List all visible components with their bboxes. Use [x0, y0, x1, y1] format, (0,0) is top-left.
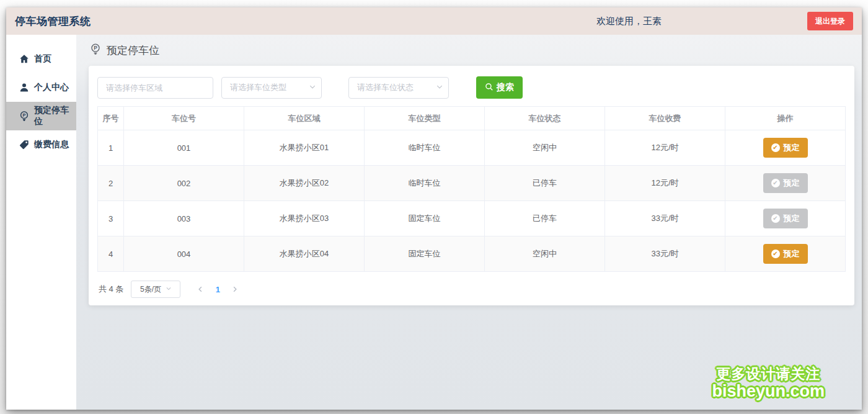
sidebar-menu: 首页个人中心P预定停车位缴费信息 [6, 45, 76, 159]
logout-button[interactable]: 退出登录 [807, 12, 853, 30]
cell-fee: 12元/时 [605, 130, 725, 166]
cell-index: 2 [98, 166, 124, 201]
cell-operation: ✔预定 [725, 201, 846, 236]
main-layout: 首页个人中心P预定停车位缴费信息 P 预定停车位 请选择车位类型 [6, 35, 862, 410]
check-circle-icon: ✔ [771, 250, 780, 258]
app-title: 停车场管理系统 [15, 14, 91, 29]
home-icon [19, 54, 29, 64]
reserve-button-label: 预定 [784, 248, 800, 259]
user-icon [19, 83, 29, 92]
page-size-label: 5条/页 [140, 284, 161, 295]
reserve-button: ✔预定 [763, 173, 808, 193]
column-header: 车位号 [124, 107, 244, 130]
sidebar-item-profile[interactable]: 个人中心 [6, 73, 76, 102]
prev-page-button[interactable] [192, 281, 209, 298]
main-content: P 预定停车位 请选择车位类型 请选择车位状态 [76, 35, 862, 410]
cell-type: 临时车位 [365, 130, 485, 166]
spot-type-select[interactable]: 请选择车位类型 [221, 77, 322, 99]
cell-spot-no: 001 [124, 130, 244, 166]
search-button[interactable]: 搜索 [476, 76, 523, 99]
table-row: 3003水果捞小区03固定车位已停车33元/时✔预定 [98, 201, 846, 236]
cell-status: 空闲中 [485, 130, 605, 166]
check-circle-icon: ✔ [771, 143, 780, 152]
cell-status: 已停车 [485, 201, 605, 236]
tag-icon [19, 140, 29, 150]
parking-icon: P [19, 111, 29, 121]
cell-area: 水果捞小区03 [244, 201, 365, 236]
cell-index: 4 [98, 236, 124, 272]
watermark: 更多设计请关注 bisheyun.com [712, 366, 825, 401]
cell-operation: ✔预定 [725, 130, 846, 166]
cell-operation: ✔预定 [725, 166, 846, 201]
chevron-down-icon [309, 83, 316, 92]
svg-text:P: P [22, 112, 25, 118]
cell-type: 固定车位 [365, 201, 485, 236]
table-row: 2002水果捞小区02临时车位已停车12元/时✔预定 [98, 166, 846, 201]
chevron-down-icon [166, 285, 172, 294]
cell-status: 空闲中 [485, 236, 605, 272]
cell-type: 固定车位 [365, 236, 485, 272]
welcome-text: 欢迎使用，王素 [596, 16, 662, 27]
watermark-line2: bisheyun.com [712, 382, 825, 401]
chevron-down-icon [436, 83, 443, 92]
table-body: 1001水果捞小区01临时车位空闲中12元/时✔预定2002水果捞小区02临时车… [98, 130, 846, 272]
reserve-button[interactable]: ✔预定 [763, 244, 808, 264]
page-size-select[interactable]: 5条/页 [131, 281, 180, 298]
spot-type-placeholder: 请选择车位类型 [230, 82, 286, 93]
table-row: 4004水果捞小区04固定车位空闲中33元/时✔预定 [98, 236, 846, 272]
parking-spots-table: 序号车位号车位区域车位类型车位状态车位收费操作 1001水果捞小区01临时车位空… [97, 106, 846, 272]
reserve-button-label: 预定 [784, 178, 800, 189]
next-page-button[interactable] [226, 281, 244, 298]
app-window: 停车场管理系统 欢迎使用，王素 退出登录 首页个人中心P预定停车位缴费信息 P … [6, 7, 862, 410]
reserve-button[interactable]: ✔预定 [763, 138, 808, 158]
page-title: P 预定停车位 [76, 35, 862, 66]
current-page-number[interactable]: 1 [209, 285, 226, 294]
sidebar-item-home[interactable]: 首页 [6, 45, 76, 73]
cell-area: 水果捞小区01 [244, 130, 365, 166]
sidebar-item-payment-info[interactable]: 缴费信息 [6, 130, 76, 159]
column-header: 操作 [725, 107, 846, 130]
cell-index: 3 [98, 201, 124, 236]
column-header: 车位区域 [244, 107, 365, 130]
column-header: 车位类型 [365, 107, 485, 130]
cell-fee: 12元/时 [605, 166, 725, 201]
table-row: 1001水果捞小区01临时车位空闲中12元/时✔预定 [98, 130, 846, 166]
search-button-label: 搜索 [497, 82, 514, 93]
filter-bar: 请选择车位类型 请选择车位状态 [97, 76, 846, 99]
reserve-button-label: 预定 [784, 142, 800, 153]
content-card: 请选择车位类型 请选择车位状态 [89, 66, 854, 305]
pagination-total: 共 4 条 [99, 284, 123, 295]
table-header: 序号车位号车位区域车位类型车位状态车位收费操作 [98, 107, 846, 130]
cell-operation: ✔预定 [725, 236, 846, 272]
cell-area: 水果捞小区04 [244, 236, 365, 272]
cell-status: 已停车 [485, 166, 605, 201]
column-header: 车位收费 [605, 107, 725, 130]
sidebar-item-reserve-parking[interactable]: P预定停车位 [6, 102, 76, 130]
sidebar-item-label: 缴费信息 [34, 139, 69, 150]
sidebar-item-label: 个人中心 [34, 82, 69, 93]
cell-spot-no: 002 [124, 166, 244, 201]
cell-spot-no: 003 [124, 201, 244, 236]
column-header: 序号 [98, 107, 124, 130]
cell-type: 临时车位 [365, 166, 485, 201]
watermark-line1: 更多设计请关注 [712, 366, 825, 382]
check-circle-icon: ✔ [771, 179, 780, 187]
reserve-button: ✔预定 [763, 209, 808, 228]
reserve-button-label: 预定 [784, 213, 800, 224]
spot-status-select[interactable]: 请选择车位状态 [348, 77, 449, 99]
search-icon [485, 83, 494, 93]
parking-area-input[interactable] [97, 77, 213, 99]
column-header: 车位状态 [485, 107, 605, 130]
sidebar: 首页个人中心P预定停车位缴费信息 [6, 35, 76, 410]
parking-icon: P [90, 43, 101, 58]
page-title-text: 预定停车位 [107, 43, 159, 58]
cell-spot-no: 004 [124, 236, 244, 272]
pagination: 共 4 条 5条/页 1 [97, 281, 846, 298]
cell-fee: 33元/时 [605, 201, 725, 236]
check-circle-icon: ✔ [771, 214, 780, 223]
cell-area: 水果捞小区02 [244, 166, 365, 201]
top-bar: 停车场管理系统 欢迎使用，王素 退出登录 [6, 7, 862, 35]
sidebar-item-label: 预定停车位 [34, 105, 76, 127]
svg-text:P: P [94, 45, 97, 51]
spot-status-placeholder: 请选择车位状态 [357, 82, 414, 93]
